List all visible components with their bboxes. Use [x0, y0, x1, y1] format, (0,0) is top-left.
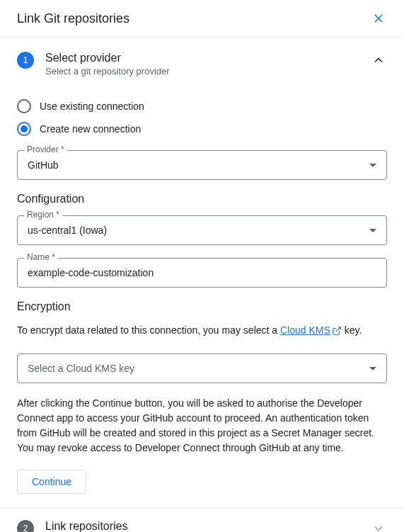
- provider-value: GitHub: [28, 159, 59, 171]
- radio-label-create: Create new connection: [40, 123, 141, 135]
- configuration-heading: Configuration: [17, 193, 387, 205]
- cloud-kms-link[interactable]: Cloud KMS: [280, 323, 342, 338]
- close-button[interactable]: [370, 10, 387, 27]
- step-link-repositories: 2 Link repositories: [0, 508, 404, 532]
- dropdown-arrow-icon: [369, 367, 376, 370]
- kms-key-field[interactable]: Select a Cloud KMS key: [17, 353, 387, 383]
- radio-icon-checked: [17, 122, 31, 136]
- region-value: us-central1 (Iowa): [28, 225, 107, 236]
- step1-badge: 1: [17, 52, 34, 69]
- step1-subtitle: Select a git repository provider: [45, 66, 170, 77]
- provider-label: Provider *: [24, 145, 67, 154]
- dialog-header: Link Git repositories: [0, 0, 404, 38]
- radio-icon-unchecked: [17, 99, 31, 113]
- collapse-toggle[interactable]: [370, 52, 387, 69]
- radio-label-existing: Use existing connection: [40, 101, 144, 112]
- kms-key-placeholder: Select a Cloud KMS key: [28, 363, 134, 374]
- auth-info-text: After clicking the Continue button, you …: [17, 396, 387, 455]
- name-label: Name *: [24, 252, 58, 262]
- provider-field[interactable]: Provider * GitHub: [17, 150, 387, 180]
- encryption-heading: Encryption: [17, 300, 387, 313]
- close-icon: [372, 12, 385, 25]
- name-field: Name *: [17, 258, 387, 288]
- radio-use-existing[interactable]: Use existing connection: [17, 99, 387, 113]
- dropdown-arrow-icon: [369, 164, 376, 167]
- dropdown-arrow-icon: [369, 229, 376, 232]
- continue-button[interactable]: Continue: [17, 470, 86, 494]
- encryption-description: To encrypt data related to this connecti…: [17, 323, 387, 338]
- svg-line-2: [336, 327, 340, 331]
- external-link-icon: [332, 326, 342, 336]
- dialog-title: Link Git repositories: [17, 11, 129, 26]
- region-field[interactable]: Region * us-central1 (Iowa): [17, 215, 387, 245]
- step1-title: Select provider: [45, 52, 170, 64]
- chevron-down-icon: [371, 521, 386, 532]
- step-select-provider: 1 Select provider Select a git repositor…: [0, 38, 404, 508]
- chevron-up-icon: [371, 53, 386, 67]
- expand-toggle[interactable]: [370, 520, 387, 532]
- radio-create-new[interactable]: Create new connection: [17, 122, 387, 136]
- step2-title: Link repositories: [45, 520, 128, 532]
- connection-radio-group: Use existing connection Create new conne…: [17, 99, 387, 136]
- step2-badge: 2: [17, 520, 34, 532]
- name-input[interactable]: [17, 258, 387, 288]
- region-label: Region *: [24, 210, 62, 220]
